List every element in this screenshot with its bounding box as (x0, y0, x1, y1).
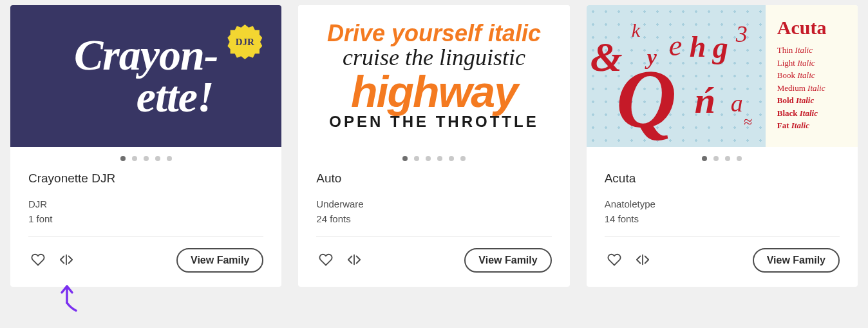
preview-text: Crayon- ette! (74, 34, 218, 117)
font-title[interactable]: Crayonette DJR (28, 171, 263, 186)
carousel-dot[interactable] (449, 156, 454, 161)
web-project-button[interactable] (344, 250, 364, 271)
font-title[interactable]: Auto (316, 171, 551, 186)
foundry-badge-icon: DJR (227, 24, 262, 59)
heart-icon (31, 253, 45, 269)
foundry-name[interactable]: DJR (28, 198, 263, 209)
annotation-cursor-arrow (57, 284, 79, 312)
glyph: k (632, 19, 640, 41)
preview-line: OPEN THE THROTTLE (329, 114, 538, 130)
view-family-button[interactable]: View Family (753, 248, 840, 273)
carousel-dot[interactable] (737, 156, 742, 161)
carousel-dot[interactable] (414, 156, 419, 161)
carousel-dot[interactable] (132, 156, 137, 161)
glyph: h (690, 30, 706, 64)
style-item: Light Italic (777, 57, 847, 70)
glyph: Q (616, 50, 677, 147)
favorite-button[interactable] (28, 250, 48, 271)
style-item: Fat Italic (777, 119, 847, 132)
carousel-dot[interactable] (402, 156, 408, 161)
code-icon (636, 253, 650, 269)
preview-line: Drive yourself italic (327, 22, 541, 46)
style-item: Medium Italic (777, 82, 847, 95)
font-count: 24 fonts (316, 213, 551, 224)
carousel-dot[interactable] (460, 156, 466, 161)
carousel-dot[interactable] (426, 156, 431, 161)
view-family-button[interactable]: View Family (176, 248, 263, 273)
web-project-button[interactable] (633, 250, 652, 271)
carousel-dot[interactable] (725, 156, 730, 161)
font-preview-acuta[interactable]: &kyehg3Qńa≈ Acuta Thin ItalicLight Itali… (587, 5, 858, 147)
glyph: 3 (736, 21, 748, 48)
heart-icon (607, 253, 621, 269)
divider (28, 236, 263, 236)
carousel-dot[interactable] (702, 156, 707, 161)
font-preview-crayonette[interactable]: Crayon- ette! DJR (10, 5, 281, 147)
preview-font-name: Acuta (777, 17, 847, 39)
glyph: ≈ (744, 113, 752, 131)
carousel-dot[interactable] (144, 156, 149, 161)
favorite-button[interactable] (605, 250, 624, 271)
glyph: a (731, 89, 743, 117)
favorite-button[interactable] (316, 250, 335, 271)
carousel-dot[interactable] (120, 156, 126, 161)
style-item: Black Italic (777, 107, 847, 120)
code-icon (59, 253, 73, 269)
carousel-dot[interactable] (167, 156, 172, 161)
glyph: g (713, 30, 728, 65)
font-card: Drive yourself italic cruise the linguis… (298, 5, 569, 287)
web-project-button[interactable] (57, 250, 76, 271)
glyph-cloud: &kyehg3Qńa≈ (587, 5, 766, 147)
heart-icon (319, 253, 333, 269)
carousel-dot[interactable] (713, 156, 719, 161)
font-count: 14 fonts (605, 213, 840, 224)
carousel-dots (298, 147, 569, 168)
carousel-dot[interactable] (437, 156, 442, 161)
foundry-name[interactable]: Anatoletype (605, 198, 840, 209)
font-title[interactable]: Acuta (605, 171, 840, 186)
foundry-name[interactable]: Underware (316, 198, 551, 209)
carousel-dots (587, 147, 858, 168)
font-card: Crayon- ette! DJR Crayonette DJR DJR 1 f… (10, 5, 281, 287)
style-list-panel: Acuta Thin ItalicLight ItalicBook Italic… (766, 5, 858, 147)
divider (316, 236, 551, 236)
card-actions: View Family (28, 248, 263, 273)
style-item: Book Italic (777, 69, 847, 82)
font-count: 1 font (28, 213, 263, 224)
divider (605, 236, 840, 236)
glyph: ń (695, 79, 715, 122)
font-card: &kyehg3Qńa≈ Acuta Thin ItalicLight Itali… (587, 5, 858, 287)
style-item: Thin Italic (777, 44, 847, 57)
code-icon (347, 253, 361, 269)
carousel-dot[interactable] (155, 156, 160, 161)
preview-line: highway (351, 70, 517, 114)
style-item: Bold Italic (777, 94, 847, 107)
view-family-button[interactable]: View Family (464, 248, 551, 273)
card-actions: View Family (316, 248, 551, 273)
carousel-dots (10, 147, 281, 168)
preview-line: cruise the linguistic (343, 46, 525, 70)
font-preview-auto[interactable]: Drive yourself italic cruise the linguis… (298, 5, 569, 147)
card-actions: View Family (605, 248, 840, 273)
